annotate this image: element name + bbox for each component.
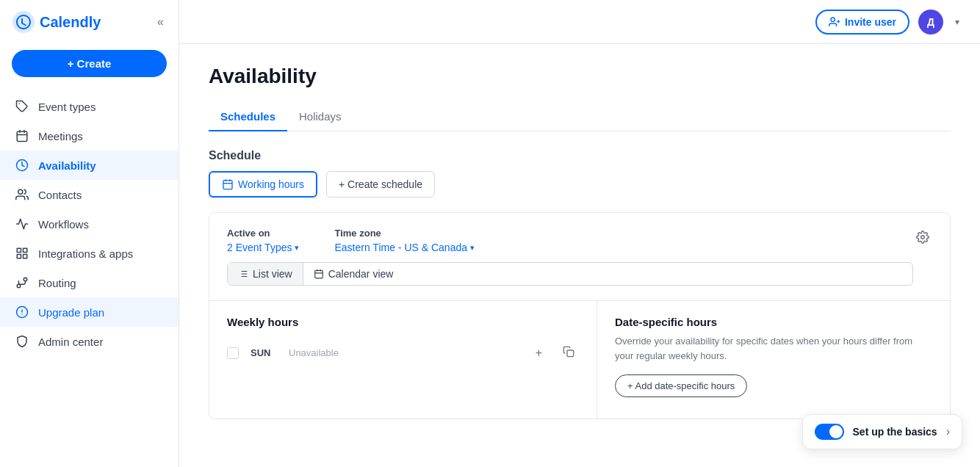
availability-tabs: Schedules Holidays bbox=[209, 103, 951, 131]
timezone-label: Time zone bbox=[334, 228, 475, 239]
timezone-group: Time zone Eastern Time - US & Canada ▾ bbox=[334, 228, 475, 253]
svg-rect-35 bbox=[567, 350, 574, 357]
sidebar-item-integrations[interactable]: Integrations & apps bbox=[0, 239, 179, 268]
toggle-track bbox=[815, 424, 844, 440]
chevron-down-icon: ▾ bbox=[470, 243, 475, 253]
day-add-button-sun[interactable]: + bbox=[531, 345, 547, 361]
tab-holidays[interactable]: Holidays bbox=[287, 103, 353, 131]
create-button[interactable]: + Create bbox=[12, 50, 167, 77]
schedule-card-info: Active on 2 Event Types ▾ Time zone East… bbox=[227, 228, 913, 286]
sidebar-item-label: Workflows bbox=[38, 218, 89, 231]
day-checkbox-sun[interactable] bbox=[227, 347, 239, 359]
svg-rect-2 bbox=[17, 131, 27, 142]
gear-icon bbox=[916, 231, 929, 244]
logo: Calendly bbox=[12, 10, 101, 34]
sidebar-item-availability[interactable]: Availability bbox=[0, 151, 179, 180]
working-hours-button[interactable]: Working hours bbox=[209, 171, 317, 198]
sidebar-item-meetings[interactable]: Meetings bbox=[0, 121, 179, 151]
collapse-sidebar-button[interactable]: « bbox=[154, 12, 167, 32]
date-specific-title: Date-specific hours bbox=[615, 316, 932, 328]
add-date-specific-hours-button[interactable]: + Add date-specific hours bbox=[615, 374, 747, 397]
sidebar-item-routing[interactable]: Routing bbox=[0, 268, 179, 297]
list-view-button[interactable]: List view bbox=[228, 263, 303, 285]
users-icon bbox=[15, 187, 29, 202]
table-row: SUN Unavailable + bbox=[227, 340, 579, 366]
calendar-icon bbox=[15, 128, 29, 143]
invite-user-label: Invite user bbox=[845, 16, 896, 28]
day-label-sun: SUN bbox=[251, 347, 277, 358]
weekly-hours-section: Weekly hours SUN Unavailable + bbox=[209, 301, 597, 419]
svg-point-17 bbox=[831, 18, 835, 21]
svg-point-34 bbox=[921, 236, 925, 239]
schedule-section: Schedule Working hours + Create schedule bbox=[209, 149, 951, 419]
schedule-settings-button[interactable] bbox=[913, 228, 932, 250]
active-on-value[interactable]: 2 Event Types ▾ bbox=[227, 242, 299, 253]
page-title: Availability bbox=[209, 65, 951, 88]
sidebar-header: Calendly « bbox=[0, 0, 179, 44]
calendar-view-icon bbox=[314, 269, 324, 279]
setup-toggle bbox=[815, 424, 844, 440]
schedule-header: Schedule bbox=[209, 149, 951, 162]
sidebar-item-event-types[interactable]: Event types bbox=[0, 92, 179, 121]
chevron-down-icon: ▾ bbox=[295, 243, 299, 253]
calendly-logo-icon bbox=[12, 10, 35, 34]
sidebar-item-label: Admin center bbox=[38, 336, 103, 348]
create-schedule-button[interactable]: + Create schedule bbox=[326, 171, 435, 198]
schedule-type-buttons: Working hours + Create schedule bbox=[209, 171, 951, 198]
top-header: Invite user Д ▾ bbox=[179, 0, 980, 44]
tab-schedules[interactable]: Schedules bbox=[209, 103, 287, 131]
svg-rect-20 bbox=[223, 181, 232, 189]
tag-icon bbox=[15, 99, 29, 114]
routing-icon bbox=[15, 275, 29, 290]
user-menu-button[interactable]: ▾ bbox=[952, 14, 962, 30]
working-hours-label: Working hours bbox=[238, 178, 304, 190]
invite-user-button[interactable]: Invite user bbox=[815, 10, 909, 35]
list-view-label: List view bbox=[253, 268, 292, 280]
floating-setup-card[interactable]: Set up the basics › bbox=[802, 414, 962, 449]
schedule-card-body: Weekly hours SUN Unavailable + bbox=[209, 301, 950, 419]
sidebar-item-contacts[interactable]: Contacts bbox=[0, 180, 179, 209]
list-icon bbox=[238, 269, 248, 279]
main-content: Invite user Д ▾ Availability Schedules H… bbox=[179, 0, 980, 467]
copy-icon bbox=[563, 346, 574, 358]
svg-rect-11 bbox=[17, 255, 21, 258]
sidebar-item-workflows[interactable]: Workflows bbox=[0, 209, 179, 239]
clock-icon bbox=[15, 158, 29, 173]
active-on-group: Active on 2 Event Types ▾ bbox=[227, 228, 299, 253]
calendar-schedule-icon bbox=[222, 178, 234, 190]
view-toggle: List view Calendar view bbox=[227, 262, 913, 286]
floating-arrow-icon: › bbox=[946, 425, 950, 438]
date-specific-hours-section: Date-specific hours Override your availa… bbox=[597, 301, 950, 419]
day-unavailable-sun: Unavailable bbox=[289, 347, 519, 358]
active-on-label: Active on bbox=[227, 228, 299, 239]
schedule-card-header: Active on 2 Event Types ▾ Time zone East… bbox=[209, 213, 950, 301]
workflow-icon bbox=[15, 217, 29, 231]
day-copy-button-sun[interactable] bbox=[558, 344, 579, 361]
floating-card-text: Set up the basics bbox=[853, 426, 937, 438]
sidebar-item-label: Integrations & apps bbox=[38, 247, 133, 260]
sidebar-nav: Event types Meetings Avail bbox=[0, 89, 179, 467]
svg-rect-8 bbox=[17, 248, 21, 252]
active-on-text: 2 Event Types bbox=[227, 242, 292, 253]
sidebar-item-label: Event types bbox=[38, 101, 96, 113]
calendar-view-button[interactable]: Calendar view bbox=[303, 263, 404, 285]
active-on-row: Active on 2 Event Types ▾ Time zone East… bbox=[227, 228, 913, 253]
sidebar-item-label: Meetings bbox=[38, 130, 83, 142]
add-user-icon bbox=[829, 16, 840, 28]
logo-text: Calendly bbox=[40, 14, 101, 31]
schedule-card: Active on 2 Event Types ▾ Time zone East… bbox=[209, 212, 951, 419]
sidebar-item-label: Contacts bbox=[38, 189, 82, 201]
timezone-value[interactable]: Eastern Time - US & Canada ▾ bbox=[334, 242, 475, 253]
svg-rect-10 bbox=[24, 255, 27, 258]
sidebar-item-label: Upgrade plan bbox=[38, 306, 104, 319]
svg-rect-9 bbox=[24, 248, 27, 252]
dollar-icon bbox=[15, 305, 29, 319]
weekly-hours-title: Weekly hours bbox=[227, 316, 579, 328]
sidebar-item-upgrade-plan[interactable]: Upgrade plan bbox=[0, 297, 179, 327]
date-specific-description: Override your availability for specific … bbox=[615, 334, 932, 363]
grid-icon bbox=[15, 246, 29, 261]
sidebar-item-label: Availability bbox=[38, 159, 96, 172]
sidebar-item-admin-center[interactable]: Admin center bbox=[0, 327, 179, 356]
svg-rect-30 bbox=[314, 270, 323, 278]
timezone-text: Eastern Time - US & Canada bbox=[334, 242, 467, 253]
